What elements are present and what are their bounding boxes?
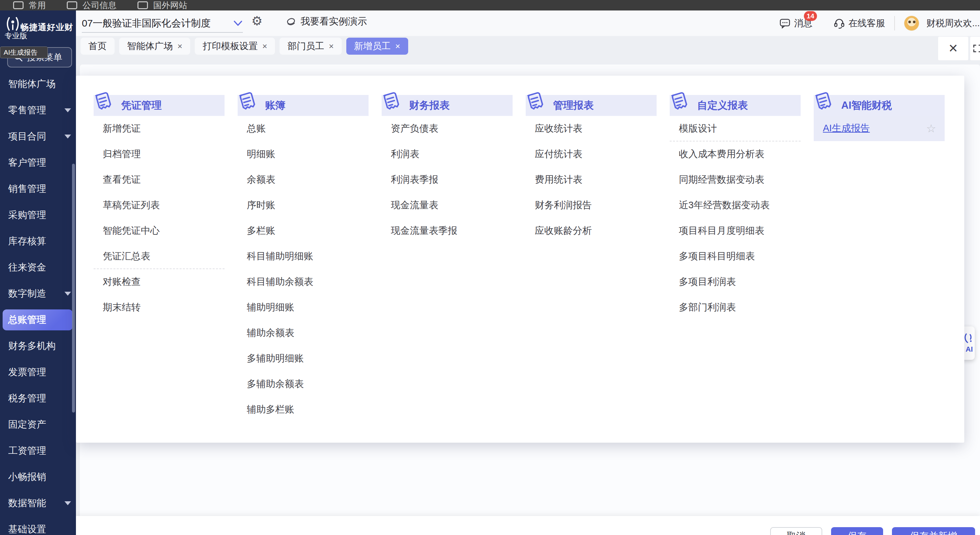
chevron-down-icon [233, 20, 243, 27]
dashed-divider [94, 269, 224, 269]
sidebar-item[interactable]: 基础设置 [0, 516, 76, 535]
mega-menu-item[interactable]: 多部门利润表 [679, 301, 794, 314]
bookmark-label: 公司信息 [83, 0, 116, 11]
sidebar-item[interactable]: 库存核算 [0, 228, 76, 255]
mega-menu-item[interactable]: 辅助多栏账 [247, 403, 362, 416]
mega-menu-item[interactable]: 对账检查 [103, 275, 218, 288]
account-set-dropdown[interactable]: 07一般验证非国际化会计制度 [82, 14, 243, 33]
tab[interactable]: 智能体广场× [119, 38, 190, 55]
mega-menu-item[interactable]: 归档管理 [103, 147, 218, 161]
mega-menu-item[interactable]: 现金流量表 [391, 198, 506, 212]
mega-menu-item[interactable]: 应付统计表 [535, 147, 650, 161]
demo-link[interactable]: 我要看实例演示 [285, 15, 367, 28]
sidebar-item[interactable]: 数字制造 [0, 280, 76, 307]
mega-menu-item[interactable]: 余额表 [247, 173, 362, 186]
tab[interactable]: 首页 [81, 38, 115, 55]
mega-menu-item[interactable]: 模版设计 [679, 122, 794, 135]
mega-menu-item[interactable]: 应收账龄分析 [535, 224, 650, 237]
tab-close-icon[interactable]: × [395, 41, 400, 51]
user-menu[interactable]: 财税周欢欢... [904, 16, 979, 31]
sidebar-item[interactable]: 智能体广场 [0, 71, 76, 97]
mega-menu-column: 凭证管理新增凭证归档管理查看凭证草稿凭证列表智能凭证中心凭证汇总表对账检查期末结… [94, 76, 224, 443]
fullscreen-button[interactable] [970, 37, 980, 60]
mega-menu-item[interactable]: 资产负债表 [391, 122, 506, 135]
mega-menu-item[interactable]: 期末结转 [103, 301, 218, 314]
sidebar-item-active[interactable]: 总账管理 [0, 307, 76, 333]
mega-menu-item[interactable]: 同期经营数据变动表 [679, 173, 794, 186]
support-button[interactable]: 在线客服 [834, 17, 885, 29]
sidebar-item[interactable]: 固定资产 [0, 412, 76, 438]
mega-menu-item[interactable]: 辅助明细账 [247, 301, 362, 314]
mega-menu-item[interactable]: 智能凭证中心 [103, 224, 218, 237]
sidebar-item[interactable]: 往来资金 [0, 255, 76, 280]
sidebar-item[interactable]: 零售管理 [0, 97, 76, 123]
mega-menu-item[interactable]: 草稿凭证列表 [103, 198, 218, 212]
sidebar-item-label: 项目合同 [8, 130, 46, 143]
sidebar-item[interactable]: 小畅报销 [0, 464, 76, 490]
tab-close-icon[interactable]: × [177, 41, 182, 51]
mega-menu-item[interactable]: 新增凭证 [103, 122, 218, 135]
ai-report-link[interactable]: AI生成报告 [823, 122, 870, 135]
bookmark-item[interactable]: 国外网站 [137, 0, 187, 11]
settings-gear-icon[interactable]: ⚙ [251, 14, 262, 28]
messages-button[interactable]: 消息 14 [779, 17, 812, 29]
sidebar-item[interactable]: 税务管理 [0, 385, 76, 412]
mega-menu-item[interactable]: 费用统计表 [535, 173, 650, 186]
save-button[interactable]: 保存 [831, 527, 883, 535]
tab[interactable]: 打印模板设置× [195, 38, 275, 55]
save-and-new-button[interactable]: 保存并新增 [892, 527, 975, 535]
mega-menu-item[interactable]: 利润表季报 [391, 173, 506, 186]
mega-menu-item[interactable]: 辅助余额表 [247, 326, 362, 339]
tab-close-icon[interactable]: × [262, 41, 267, 51]
mega-menu-item[interactable]: 近3年经营数据变动表 [679, 198, 794, 212]
mega-menu-item[interactable]: 明细账 [247, 147, 362, 161]
mega-menu-item[interactable]: 科目辅助余额表 [247, 275, 362, 288]
mega-menu-item[interactable]: 多辅助余额表 [247, 377, 362, 390]
sidebar-item[interactable]: 采购管理 [0, 202, 76, 228]
mega-menu-item-highlighted[interactable]: AI生成报告☆ [814, 116, 945, 141]
mega-menu-item[interactable]: 收入成本费用分析表 [679, 147, 794, 161]
mega-menu-item[interactable]: 应收统计表 [535, 122, 650, 135]
mega-menu-item[interactable]: 多辅助明细账 [247, 352, 362, 365]
sidebar-item[interactable]: 财务多机构 [0, 333, 76, 359]
bookmark-icon [67, 1, 77, 9]
sidebar-scrollbar[interactable] [72, 164, 75, 412]
mega-menu-item[interactable]: 多项目科目明细表 [679, 250, 794, 263]
tab[interactable]: 部门员工× [280, 38, 341, 55]
tab-label: 打印模板设置 [203, 40, 258, 53]
mega-menu-item[interactable]: 现金流量表季报 [391, 224, 506, 237]
cancel-button[interactable]: 取消 [770, 527, 822, 535]
mega-menu-item[interactable]: 多项目利润表 [679, 275, 794, 288]
bookmark-item[interactable]: 常用 [13, 0, 46, 11]
chevron-down-icon [64, 292, 71, 296]
sidebar-item[interactable]: 销售管理 [0, 176, 76, 202]
sidebar-item[interactable]: 客户管理 [0, 150, 76, 176]
tab-close-icon[interactable]: × [329, 41, 334, 51]
favorite-star-icon[interactable]: ☆ [926, 122, 936, 135]
mega-column-title: 管理报表 [553, 95, 594, 116]
tab-active[interactable]: 新增员工× [346, 38, 408, 55]
close-page-button[interactable]: ✕ [938, 37, 968, 60]
sidebar-item[interactable]: 数据智能 [0, 490, 76, 516]
mega-menu-item[interactable]: 多栏账 [247, 224, 362, 237]
mega-menu-item[interactable]: 总账 [247, 122, 362, 135]
mega-menu-item[interactable]: 项目科目月度明细表 [679, 224, 794, 237]
sidebar-item[interactable]: 发票管理 [0, 359, 76, 385]
mega-menu-item[interactable]: 利润表 [391, 147, 506, 161]
sidebar-item[interactable]: 项目合同 [0, 123, 76, 150]
mega-menu-item[interactable]: 查看凭证 [103, 173, 218, 186]
demo-icon [285, 16, 297, 27]
bookmark-item[interactable]: 公司信息 [67, 0, 116, 11]
mega-menu-item[interactable]: 序时账 [247, 198, 362, 212]
mega-menu-item[interactable]: 凭证汇总表 [103, 250, 218, 263]
mega-menu-item[interactable]: 财务利润报告 [535, 198, 650, 212]
sidebar-item-label: 零售管理 [8, 104, 46, 117]
app-header: 07一般验证非国际化会计制度 ⚙ 我要看实例演示 消息 14 在线客服 财税周欢… [76, 11, 980, 36]
mega-menu-item[interactable]: 科目辅助明细账 [247, 250, 362, 263]
tab-label: 部门员工 [287, 40, 324, 53]
bookmark-icon [137, 1, 148, 9]
sidebar-item-label: 库存核算 [8, 235, 46, 248]
brand-edition: 专业版 [5, 31, 27, 41]
sidebar-item[interactable]: 工资管理 [0, 438, 76, 464]
ai-report-tooltip: AI生成报告 [0, 46, 48, 58]
